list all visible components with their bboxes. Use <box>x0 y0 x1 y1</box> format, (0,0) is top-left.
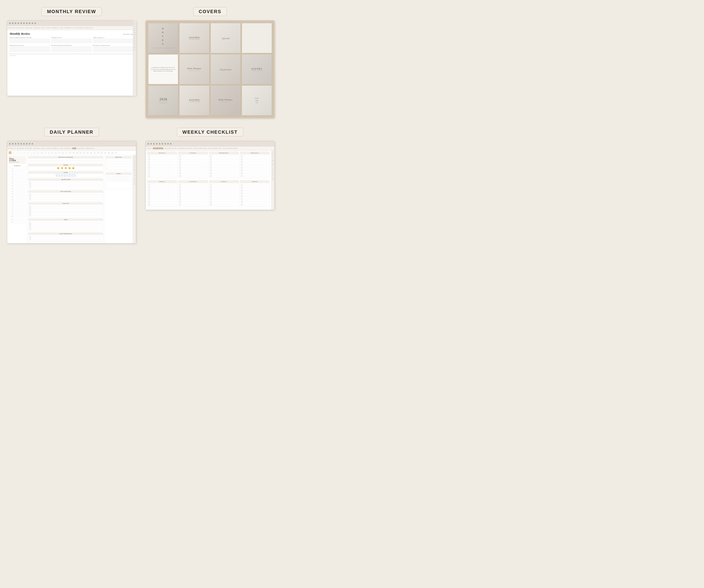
wc-checkbox[interactable] <box>179 167 181 169</box>
mr-tab-shopping[interactable]: SHOPPING LIST <box>52 27 59 28</box>
dp-sidebar-d24[interactable]: D24 <box>133 183 135 185</box>
mr-sidebar-label-d23[interactable]: D23 <box>134 23 135 25</box>
dp-glass-2[interactable] <box>58 174 60 177</box>
wc-checkbox[interactable] <box>148 204 150 205</box>
wc-checkbox[interactable] <box>210 161 212 163</box>
dp-day-17[interactable]: 17 <box>65 151 68 154</box>
dp-sidebar-s24[interactable]: S24 <box>133 177 135 178</box>
wc-refresh-icon[interactable] <box>153 143 155 144</box>
wc-checkbox[interactable] <box>210 193 212 194</box>
link-icon[interactable] <box>35 22 36 24</box>
dp-day-1[interactable]: 1 <box>9 151 11 154</box>
dp-glass-1[interactable] <box>56 174 58 177</box>
wc-checkbox[interactable] <box>210 175 212 177</box>
cover-agenda2[interactable]: AGENDA Nov 2023 - Dec 2024 <box>242 54 272 84</box>
wc-checkbox[interactable] <box>148 170 150 171</box>
dp-day-9[interactable]: 9 <box>37 151 40 154</box>
wc-checkbox[interactable] <box>179 190 181 191</box>
dp-sidebar-n23[interactable]: N23 <box>133 156 135 157</box>
wc-checkbox[interactable] <box>210 198 212 200</box>
dp-refresh-icon[interactable] <box>15 143 16 144</box>
dp-tab-reading[interactable]: READING BOOK <box>64 148 71 149</box>
cover-daily2[interactable]: Daily Planner planner 2023 - planner 202… <box>211 86 241 115</box>
cover-daily1[interactable]: Daily Planner planner 2023 - planner 202… <box>180 54 209 84</box>
dp-checkbox[interactable] <box>30 184 31 186</box>
dp-day-4[interactable]: 4 <box>19 151 22 154</box>
cover-empty1[interactable] <box>242 23 272 53</box>
dp-day-26[interactable]: 26 <box>97 151 100 154</box>
mr-tab-water[interactable]: WATER INTAKE <box>33 27 40 28</box>
pencil-icon[interactable] <box>12 22 13 24</box>
dp-checkbox[interactable] <box>30 206 31 208</box>
wc-sidebar-j24b[interactable]: J24 <box>272 166 274 168</box>
cover-note-card[interactable]: To change the cover planner, click on th… <box>148 54 178 84</box>
mr-tab-meal[interactable]: MEAL PLAN <box>41 27 46 28</box>
dp-tab-shopping[interactable]: SHOPPING LIST <box>52 148 59 149</box>
dp-emoji-1[interactable]: 😢 <box>57 167 59 169</box>
wc-checkbox[interactable] <box>241 155 243 157</box>
dp-glass-8[interactable] <box>74 174 76 177</box>
dp-sidebar-j24[interactable]: J24 <box>134 160 135 161</box>
dp-day-19[interactable]: 19 <box>72 151 75 154</box>
dp-day-29[interactable]: 29 <box>107 151 110 154</box>
wc-checkbox[interactable] <box>210 158 212 160</box>
dp-book-icon[interactable] <box>23 143 25 144</box>
dp-day-22[interactable]: 22 <box>82 151 85 154</box>
wc-book-icon[interactable] <box>162 143 163 144</box>
dp-home-icon[interactable] <box>9 143 10 144</box>
wc-checkbox[interactable] <box>179 201 181 203</box>
wc-checkbox[interactable] <box>241 193 243 194</box>
gear-icon[interactable] <box>26 22 27 24</box>
wc-checkbox[interactable] <box>241 175 243 177</box>
dp-day-13[interactable]: 13 <box>51 151 54 154</box>
dp-sidebar-m24b[interactable]: M24 <box>133 169 135 170</box>
wc-checkbox[interactable] <box>148 195 150 197</box>
dp-checkbox[interactable] <box>30 194 31 196</box>
wc-sidebar-d23[interactable]: D23 <box>272 154 274 155</box>
eye-icon[interactable] <box>29 22 30 24</box>
wc-sidebar-s24[interactable]: S24 <box>272 173 274 174</box>
dp-glass-4[interactable] <box>64 174 65 177</box>
dp-emoji-3[interactable]: 🙂 <box>64 167 67 169</box>
dp-day-10[interactable]: 10 <box>40 151 43 154</box>
dp-checkbox[interactable] <box>30 182 31 184</box>
wc-checkbox[interactable] <box>148 201 150 203</box>
wc-checkbox[interactable] <box>210 184 212 186</box>
mr-tab-finance[interactable]: FINANCE <box>47 27 51 28</box>
dp-sidebar-j24c[interactable]: J24 <box>134 173 135 174</box>
wc-checkbox[interactable] <box>241 173 243 174</box>
dp-day-2[interactable]: 2 <box>12 151 15 154</box>
wc-eye-icon[interactable] <box>167 143 169 144</box>
wc-checkbox[interactable] <box>148 184 150 186</box>
dp-tab-meal[interactable]: MEAL PLAN <box>41 148 46 149</box>
wc-checkbox[interactable] <box>210 204 212 205</box>
mr-sidebar-label-d24[interactable]: D24 <box>134 49 135 50</box>
mr-sidebar-label-o24[interactable]: O24 <box>134 45 135 46</box>
dp-emoji-5[interactable]: 😄 <box>72 167 74 169</box>
wc-gear-icon[interactable] <box>165 143 166 144</box>
wc-checkbox[interactable] <box>241 204 243 205</box>
refresh-icon[interactable] <box>15 22 16 24</box>
wc-tab-checklist[interactable]: CHECKLIST <box>147 148 152 149</box>
mr-sidebar-label-a24b[interactable]: A24 <box>134 40 135 42</box>
dp-tab-monthly-review[interactable]: MONTHLY REVIEW <box>85 148 94 149</box>
dp-day-18[interactable]: 18 <box>68 151 71 154</box>
dp-dollar-icon[interactable] <box>20 143 22 144</box>
dp-day-3[interactable]: 3 <box>16 151 18 154</box>
wc-sidebar-a24[interactable]: A24 <box>272 162 274 163</box>
person-icon[interactable] <box>17 22 19 24</box>
wc-person-icon[interactable] <box>156 143 158 144</box>
dp-checkbox[interactable] <box>30 236 31 238</box>
cover-happy[interactable]: HappyMindLife <box>242 86 272 115</box>
wc-checkbox[interactable] <box>179 161 181 163</box>
dp-tab-sleep[interactable]: SLEEP TRACKER <box>25 148 32 149</box>
dp-person-icon[interactable] <box>17 143 19 144</box>
wc-sidebar-o24[interactable]: O24 <box>272 175 274 176</box>
mr-sidebar-label-j24b[interactable]: J24 <box>134 36 135 37</box>
wc-checkbox[interactable] <box>148 190 150 191</box>
wc-checkbox[interactable] <box>148 198 150 200</box>
wc-checkbox[interactable] <box>148 193 150 194</box>
wc-checkbox[interactable] <box>179 204 181 205</box>
mr-sidebar-label-s24[interactable]: S24 <box>134 43 135 44</box>
wc-checkbox[interactable] <box>179 164 181 166</box>
